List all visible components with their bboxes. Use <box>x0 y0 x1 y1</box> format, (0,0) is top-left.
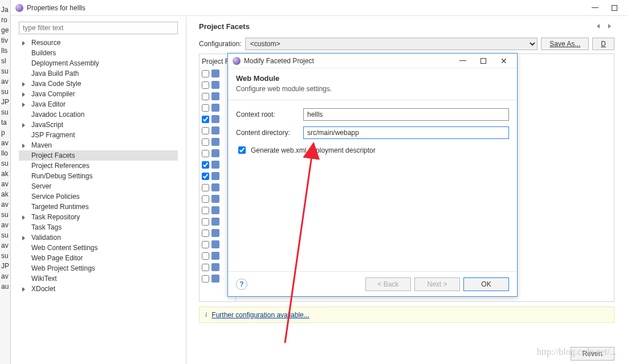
facet-checkbox[interactable] <box>202 138 209 146</box>
banner-title: Web Module <box>236 74 509 83</box>
eclipse-icon <box>15 4 23 12</box>
tree-item-javadoc-location[interactable]: Javadoc Location <box>19 109 178 120</box>
category-tree: ResourceBuildersDeployment AssemblyJava … <box>11 16 186 364</box>
tree-item-web-project-settings[interactable]: Web Project Settings <box>19 263 178 273</box>
facet-checkbox[interactable] <box>202 264 209 271</box>
tree-item-web-content-settings[interactable]: Web Content Settings <box>19 243 178 253</box>
facet-icon <box>211 240 219 248</box>
content-dir-label: Content directory: <box>236 129 298 137</box>
next-button[interactable]: Next > <box>414 277 460 291</box>
further-config-bar[interactable]: i Further configuration available... <box>199 306 614 323</box>
facet-checkbox[interactable] <box>202 70 209 77</box>
facet-checkbox[interactable] <box>202 150 209 157</box>
facet-checkbox[interactable] <box>202 173 209 180</box>
generate-webxml-checkbox[interactable] <box>238 146 246 154</box>
modal-maximize-button[interactable] <box>475 55 492 67</box>
facet-icon <box>211 252 219 260</box>
facet-icon <box>211 104 219 112</box>
facet-icon <box>211 126 219 134</box>
tree-item-server[interactable]: Server <box>19 181 178 191</box>
facet-icon <box>211 263 219 271</box>
minimize-button[interactable] <box>587 2 603 14</box>
tree-item-jsp-fragment[interactable]: JSP Fragment <box>19 130 178 140</box>
maximize-button[interactable] <box>606 2 622 14</box>
facet-checkbox[interactable] <box>202 104 209 112</box>
configuration-label: Configuration: <box>199 40 242 48</box>
info-icon: i <box>205 310 207 319</box>
facet-icon <box>211 69 219 77</box>
facet-icon <box>211 115 219 123</box>
facet-checkbox[interactable] <box>202 93 209 100</box>
facet-icon <box>211 92 219 100</box>
filter-input[interactable] <box>19 22 178 34</box>
facet-icon <box>211 275 219 283</box>
revert-button[interactable]: Revert <box>571 347 614 361</box>
facet-checkbox[interactable] <box>202 127 209 134</box>
facet-icon <box>211 206 219 214</box>
facet-icon <box>211 138 219 146</box>
facet-icon <box>211 195 219 203</box>
modal-title: Modify Faceted Project <box>244 57 314 65</box>
facet-icon <box>211 183 219 191</box>
facet-checkbox[interactable] <box>202 184 209 191</box>
eclipse-host-strip: JarogetivllsslsuavsuJPsutapavllosuakavak… <box>0 0 11 364</box>
delete-button[interactable]: D <box>592 38 614 50</box>
tree-item-targeted-runtimes[interactable]: Targeted Runtimes <box>19 202 178 212</box>
facet-checkbox[interactable] <box>202 275 209 283</box>
facet-checkbox[interactable] <box>202 81 209 89</box>
modal-close-button[interactable]: ✕ <box>495 55 512 67</box>
facet-checkbox[interactable] <box>202 116 209 123</box>
tree-item-javascript[interactable]: JavaScript <box>19 120 178 130</box>
ok-button[interactable]: OK <box>463 277 509 291</box>
facet-icon <box>211 172 219 180</box>
tree-item-run-debug-settings[interactable]: Run/Debug Settings <box>19 171 178 181</box>
tree-item-project-facets[interactable]: Project Facets <box>19 150 178 161</box>
tree-item-task-tags[interactable]: Task Tags <box>19 222 178 232</box>
tree-item-deployment-assembly[interactable]: Deployment Assembly <box>19 58 178 68</box>
modal-titlebar: Modify Faceted Project ✕ <box>228 54 517 68</box>
tree-item-resource[interactable]: Resource <box>19 38 178 48</box>
facet-checkbox[interactable] <box>202 161 209 169</box>
tree-item-web-page-editor[interactable]: Web Page Editor <box>19 253 178 263</box>
save-as-button[interactable]: Save As... <box>541 38 589 50</box>
properties-titlebar: Properties for hellls <box>11 0 627 16</box>
tree-item-xdoclet[interactable]: XDoclet <box>19 284 178 294</box>
tree-item-wikitext[interactable]: WikiText <box>19 273 178 284</box>
tree-item-validation[interactable]: Validation <box>19 232 178 243</box>
back-button[interactable]: < Back <box>365 277 411 291</box>
context-root-input[interactable] <box>303 108 509 121</box>
facet-icon <box>211 229 219 237</box>
eclipse-icon <box>233 57 241 65</box>
facet-checkbox[interactable] <box>202 218 209 226</box>
configuration-select[interactable]: <custom> <box>245 38 538 50</box>
facet-checkbox[interactable] <box>202 195 209 203</box>
banner-subtitle: Configure web module settings. <box>236 85 509 93</box>
context-root-label: Context root: <box>236 111 298 118</box>
tree-item-java-code-style[interactable]: Java Code Style <box>19 79 178 89</box>
facet-checkbox[interactable] <box>202 207 209 214</box>
tree-item-project-references[interactable]: Project References <box>19 161 178 171</box>
section-title: Project Facets <box>199 22 594 31</box>
tree-item-java-compiler[interactable]: Java Compiler <box>19 89 178 99</box>
tree-item-java-editor[interactable]: Java Editor <box>19 99 178 109</box>
tree-item-service-policies[interactable]: Service Policies <box>19 191 178 202</box>
content-dir-input[interactable] <box>303 126 509 139</box>
tree-item-maven[interactable]: Maven <box>19 140 178 150</box>
tree-item-task-repository[interactable]: Task Repository <box>19 212 178 222</box>
tree-item-builders[interactable]: Builders <box>19 48 178 58</box>
modify-faceted-project-dialog: Modify Faceted Project ✕ Web Module Conf… <box>227 53 518 297</box>
facet-checkbox[interactable] <box>202 241 209 248</box>
facet-checkbox[interactable] <box>202 230 209 237</box>
tree-item-java-build-path[interactable]: Java Build Path <box>19 68 178 79</box>
further-config-link[interactable]: Further configuration available... <box>211 311 309 319</box>
properties-title: Properties for hellls <box>27 4 85 12</box>
facet-icon <box>211 149 219 157</box>
facet-icon <box>211 161 219 169</box>
facet-checkbox[interactable] <box>202 252 209 260</box>
help-icon[interactable]: ? <box>236 279 247 290</box>
facet-icon <box>211 218 219 226</box>
history-fwd-icon[interactable] <box>605 22 614 31</box>
modal-minimize-button[interactable] <box>454 55 471 67</box>
history-back-icon[interactable] <box>594 22 603 31</box>
generate-webxml-label: Generate web.xml deployment descriptor <box>251 146 376 154</box>
